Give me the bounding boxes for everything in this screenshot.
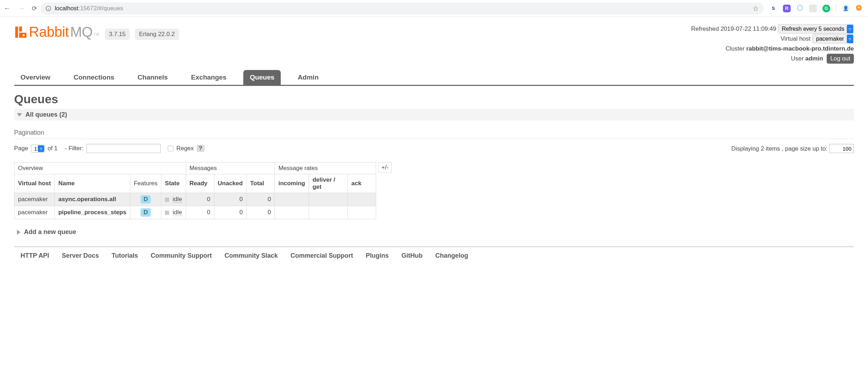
col-vhost[interactable]: Virtual host: [14, 174, 55, 193]
cell-ack: [347, 193, 376, 206]
footer-link[interactable]: Changelog: [435, 252, 468, 259]
queues-table: Overview Messages Message rates Virtual …: [14, 162, 376, 219]
rabbitmq-logo[interactable]: RabbitMQ TM: [14, 24, 99, 40]
svg-rect-5: [15, 27, 18, 38]
tab-connections[interactable]: Connections: [67, 70, 121, 85]
rabbitmq-logo-icon: [14, 25, 28, 39]
page-size-input[interactable]: [829, 144, 854, 153]
section-title: All queues (2): [25, 111, 67, 118]
col-group-messages: Messages: [186, 163, 275, 174]
refreshed-timestamp: Refreshed 2019-07-22 11:09:49: [691, 25, 776, 32]
col-unacked[interactable]: Unacked: [214, 174, 246, 193]
col-incoming[interactable]: incoming: [275, 174, 309, 193]
cell-ready: 0: [186, 193, 214, 206]
user-name: admin: [805, 55, 823, 62]
col-total[interactable]: Total: [246, 174, 275, 193]
cell-unacked: 0: [214, 206, 246, 219]
reload-button[interactable]: ⟳: [32, 5, 37, 12]
col-state[interactable]: State: [161, 174, 186, 193]
extension-icon[interactable]: S: [769, 5, 777, 12]
tab-queues[interactable]: Queues: [243, 70, 281, 85]
add-queue-label: Add a new queue: [24, 228, 76, 236]
svg-rect-6: [19, 27, 22, 31]
regex-label: Regex: [176, 145, 194, 152]
logout-button[interactable]: Log out: [827, 54, 854, 64]
cell-deliver: [309, 206, 347, 219]
main-tabs: OverviewConnectionsChannelsExchangesQueu…: [14, 70, 854, 86]
page-title: Queues: [14, 92, 854, 106]
tab-admin[interactable]: Admin: [291, 70, 325, 85]
col-name[interactable]: Name: [55, 174, 130, 193]
footer-links: HTTP APIServer DocsTutorialsCommunity Su…: [14, 251, 854, 267]
cell-name[interactable]: async.operations.all: [55, 193, 130, 206]
svg-marker-3: [797, 5, 802, 11]
cell-vhost: pacemaker: [14, 206, 55, 219]
regex-help-button[interactable]: ?: [197, 145, 204, 152]
col-deliver[interactable]: deliver / get: [309, 174, 347, 193]
footer-link[interactable]: GitHub: [402, 252, 423, 259]
extension-icon[interactable]: [809, 5, 817, 12]
extension-icons: S R G 👤: [767, 4, 864, 13]
footer-link[interactable]: Commercial Support: [291, 252, 353, 259]
columns-toggle-button[interactable]: +/-: [378, 162, 392, 173]
cell-state: idle: [161, 206, 186, 219]
footer-link[interactable]: HTTP API: [20, 252, 49, 259]
svg-point-8: [23, 34, 25, 36]
cell-vhost: pacemaker: [14, 193, 55, 206]
add-queue-section-header[interactable]: Add a new queue: [14, 226, 854, 238]
refresh-interval-select[interactable]: Refresh every 5 seconds: [778, 24, 854, 34]
cell-incoming: [275, 193, 309, 206]
tab-overview[interactable]: Overview: [14, 70, 57, 85]
col-ack[interactable]: ack: [347, 174, 376, 193]
all-queues-section-header[interactable]: All queues (2): [14, 109, 854, 121]
cell-features: D: [130, 206, 161, 219]
footer-link[interactable]: Community Slack: [225, 252, 278, 259]
url-bar[interactable]: localhost:15672/#/queues ☆: [41, 2, 764, 14]
of-pages: of 1: [48, 145, 58, 152]
filter-label: - Filter:: [65, 145, 84, 152]
displaying-label: Displaying 2 items , page size up to:: [731, 145, 827, 152]
cluster-label: Cluster: [726, 45, 745, 52]
footer-link[interactable]: Tutorials: [112, 252, 138, 259]
erlang-version-badge: Erlang 22.0.2: [135, 29, 179, 40]
chevron-down-icon: [17, 113, 22, 117]
user-label: User: [791, 55, 804, 62]
col-group-overview: Overview: [14, 163, 186, 174]
col-ready[interactable]: Ready: [186, 174, 214, 193]
star-icon[interactable]: ☆: [753, 4, 759, 13]
cell-state: idle: [161, 193, 186, 206]
logo-trademark: TM: [94, 33, 99, 36]
cell-total: 0: [246, 206, 275, 219]
page-label: Page: [14, 145, 28, 152]
chevron-right-icon: [17, 230, 20, 235]
cell-ack: [347, 206, 376, 219]
extension-icon[interactable]: [796, 4, 803, 13]
col-features[interactable]: Features: [130, 174, 161, 193]
extension-icon[interactable]: R: [783, 5, 791, 12]
cell-total: 0: [246, 193, 275, 206]
vhost-select[interactable]: pacemaker: [812, 34, 854, 43]
filter-input[interactable]: [87, 144, 161, 153]
cell-unacked: 0: [214, 193, 246, 206]
footer-link[interactable]: Community Support: [151, 252, 212, 259]
tab-exchanges[interactable]: Exchanges: [185, 70, 233, 85]
cell-ready: 0: [186, 206, 214, 219]
site-info-icon[interactable]: [46, 6, 51, 11]
page-select[interactable]: 1: [31, 145, 45, 153]
tab-channels[interactable]: Channels: [131, 70, 174, 85]
divider: [14, 139, 854, 139]
cell-features: D: [130, 193, 161, 206]
logo-text: MQ: [70, 24, 93, 40]
divider: [14, 246, 854, 247]
forward-button[interactable]: →: [18, 4, 25, 12]
footer-link[interactable]: Server Docs: [62, 252, 99, 259]
col-group-rates: Message rates: [275, 163, 376, 174]
regex-checkbox[interactable]: [168, 146, 173, 151]
cell-name[interactable]: pipeline_process_steps: [55, 206, 130, 219]
pagination-label: Pagination: [14, 129, 854, 136]
back-button[interactable]: ←: [4, 4, 11, 12]
extension-icon[interactable]: [855, 4, 862, 13]
profile-avatar[interactable]: 👤: [842, 5, 850, 12]
footer-link[interactable]: Plugins: [366, 252, 389, 259]
extension-icon[interactable]: G: [822, 5, 830, 12]
